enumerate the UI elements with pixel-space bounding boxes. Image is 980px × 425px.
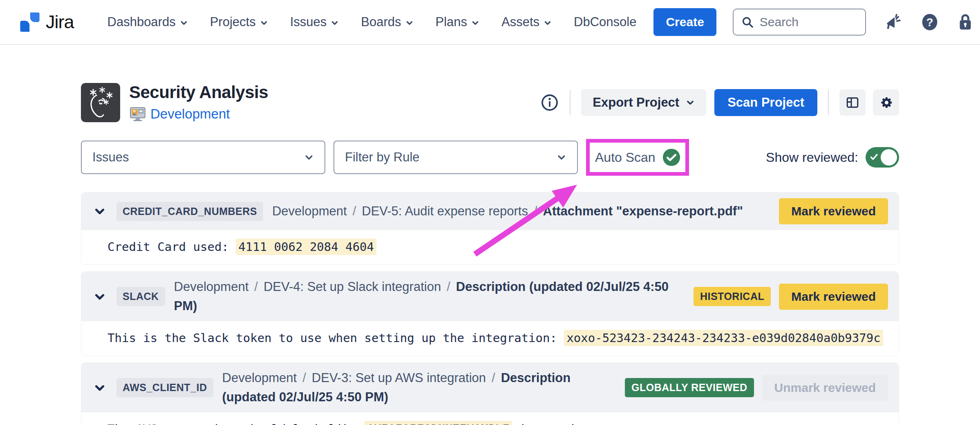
breadcrumb: Development/DEV-4: Set up Slack integrat… [174,277,680,315]
finding-header: SLACK Development/DEV-4: Set up Slack in… [81,272,899,321]
chevron-down-icon [331,19,339,27]
nav-item-projects[interactable]: Projects [210,15,268,29]
unmark-reviewed-button[interactable]: Unmark reviewed [762,375,888,401]
breadcrumb-segment[interactable]: DEV-4: Set up Slack integration [264,280,441,294]
chevron-down-icon [686,98,695,107]
divider [828,90,829,115]
header-controls: Export Project Scan Project [540,89,899,116]
top-navigation: Jira DashboardsProjectsIssuesBoardsPlans… [0,0,980,45]
collapse-chevron-button[interactable] [92,289,107,304]
finding-card: SLACK Development/DEV-4: Set up Slack in… [81,271,899,356]
finding-header: CREDIT_CARD_NUMBERS Development/DEV-5: A… [81,192,899,230]
export-project-button[interactable]: Export Project [581,89,706,116]
rule-badge: SLACK [116,287,165,306]
breadcrumb: Development/DEV-3: Set up AWS integratio… [222,369,612,407]
chevron-down-icon [94,291,106,303]
jira-logo-icon [19,11,41,33]
finding-header: AWS_CLIENT_ID Development/DEV-3: Set up … [81,363,899,412]
app-icon [81,83,120,122]
search-input[interactable] [760,15,858,29]
rule-badge: CREDIT_CARD_NUMBERS [116,202,263,221]
mark-reviewed-button[interactable]: Mark reviewed [779,284,888,310]
status-badge: GLOBALLY REVIEWED [625,378,754,397]
status-badge: HISTORICAL [694,287,771,306]
page-settings-button[interactable] [873,89,899,116]
rule-badge: AWS_CLIENT_ID [116,378,213,397]
breadcrumb-segment[interactable]: Development [222,371,297,385]
chevron-down-icon [94,382,106,394]
main-menu: DashboardsProjectsIssuesBoardsPlansAsset… [107,15,637,29]
breadcrumb-separator: / [302,371,306,385]
layout-panel-button[interactable] [839,89,866,116]
auto-scan-indicator[interactable]: Auto Scan [593,141,683,174]
gear-icon [879,95,893,110]
page-title: Security Analysis [129,83,268,102]
breadcrumb-separator: / [534,204,537,218]
show-reviewed-label: Show reviewed: [766,150,858,165]
layout-icon [845,95,860,110]
finding-content: Credit Card used: 4111 0062 2084 4604 [81,230,899,264]
nav-item-plans[interactable]: Plans [436,15,480,29]
finding-actions: Mark reviewed [779,198,888,224]
show-reviewed-toggle[interactable] [866,147,899,168]
search-box[interactable] [733,9,866,36]
search-icon [741,16,754,29]
show-reviewed-control: Show reviewed: [766,147,899,168]
check-circle-icon [662,148,681,167]
chevron-down-icon [557,152,566,162]
finding-content: This is the Slack token to use when sett… [81,321,899,356]
mark-reviewed-button[interactable]: Mark reviewed [779,198,888,224]
help-icon[interactable]: ? [920,12,940,32]
findings-list: CREDIT_CARD_NUMBERS Development/DEV-5: A… [81,192,899,425]
logo-text: Jira [46,11,74,33]
breadcrumb-separator: / [353,204,356,218]
divider [570,90,571,115]
breadcrumb-separator: / [492,371,495,385]
secret-highlight: AKIAIO5FODNN7EXAMPLE [365,421,512,425]
rule-filter-select[interactable]: Filter by Rule [333,141,578,174]
chevron-down-icon [180,19,188,27]
announcement-icon[interactable] [884,12,904,32]
jira-logo[interactable]: Jira [19,11,74,33]
project-link[interactable]: Development [150,106,230,122]
collapse-chevron-button[interactable] [92,204,107,219]
chevron-down-icon [544,19,552,27]
check-icon [870,152,879,161]
breadcrumb: Development/DEV-5: Audit expense reports… [272,202,766,221]
breadcrumb-segment[interactable]: Development [272,204,347,218]
chevron-down-icon [405,19,414,27]
main-content: Security Analysis Development [0,83,980,425]
page-header: Security Analysis Development [81,83,899,123]
breadcrumb-segment[interactable]: DEV-5: Audit expense reports [362,204,528,218]
chevron-down-icon [94,205,106,217]
finding-content: The AWS access key should look like AKIA… [81,412,899,425]
finding-card: AWS_CLIENT_ID Development/DEV-3: Set up … [81,362,899,425]
filter-row: Issues Filter by Rule Auto Scan Show rev… [81,141,899,174]
finding-location: Attachment "expense-report.pdf" [543,204,743,218]
finding-actions: GLOBALLY REVIEWED Unmark reviewed [625,375,888,401]
nav-item-issues[interactable]: Issues [290,15,339,29]
secret-highlight: xoxo-523423-234243-234233-e039d02840a0b9… [564,330,883,346]
toggle-knob [881,149,897,166]
breadcrumb-separator: / [254,280,258,294]
collapse-chevron-button[interactable] [92,380,107,396]
nav-right-icons: ? [884,11,980,33]
nav-item-assets[interactable]: Assets [501,15,552,29]
chevron-down-icon [260,19,268,27]
scope-select[interactable]: Issues [81,141,325,174]
nav-item-boards[interactable]: Boards [361,15,413,29]
breadcrumb-segment[interactable]: DEV-3: Set up AWS integration [312,371,486,385]
secret-highlight: 4111 0062 2084 4604 [236,239,376,255]
project-avatar-icon [129,105,146,123]
info-icon[interactable] [540,93,559,112]
nav-item-dashboards[interactable]: Dashboards [107,15,188,29]
scan-project-button[interactable]: Scan Project [714,89,817,116]
nav-item-dbconsole[interactable]: DbConsole [574,15,636,29]
create-button[interactable]: Create [653,8,716,36]
finding-card: CREDIT_CARD_NUMBERS Development/DEV-5: A… [81,192,899,265]
lock-icon[interactable] [956,12,975,32]
finding-actions: HISTORICAL Mark reviewed [694,284,888,310]
breadcrumb-segment[interactable]: Development [174,280,249,294]
svg-text:?: ? [926,16,933,29]
chevron-down-icon [471,19,479,27]
